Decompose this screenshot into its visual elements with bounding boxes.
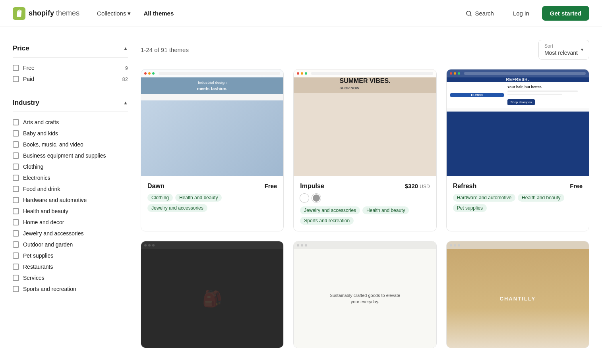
baby-label: Baby and kids [23, 130, 58, 137]
nav-actions: Search Log in Get started [459, 6, 589, 21]
theme-card-theme6[interactable]: CHANTILLY [446, 241, 589, 349]
filter-item-services[interactable]: Services [13, 272, 128, 283]
theme-tag[interactable]: Jewelry and accessories [147, 204, 207, 212]
get-started-button[interactable]: Get started [542, 6, 589, 21]
theme-tag[interactable]: Clothing [147, 194, 173, 202]
theme-info-refresh: Refresh Free Hardware and automotiveHeal… [447, 176, 589, 218]
theme-card-theme4[interactable]: 🎒 [141, 241, 284, 349]
filter-item-business[interactable]: Business equipment and supplies [13, 150, 128, 161]
outdoor-label: Outdoor and garden [23, 241, 73, 248]
collections-link[interactable]: Collections ▾ [92, 7, 135, 20]
theme-tags-refresh: Hardware and automotiveHealth and beauty… [453, 194, 583, 212]
sports-checkbox[interactable] [13, 286, 19, 292]
theme-preview-dawn: Industrial design meets fashion. [141, 69, 283, 176]
theme-info-dawn: Dawn Free ClothingHealth and beautyJewel… [141, 176, 283, 218]
theme-tag[interactable]: Sports and recreation [300, 217, 354, 225]
filter-item-jewelry[interactable]: Jewelry and accessories [13, 228, 128, 239]
free-checkbox[interactable] [13, 65, 19, 71]
home-label: Home and decor [23, 219, 64, 225]
results-bar: 1-24 of 91 themes Sort Most relevant ▾ [141, 40, 589, 60]
sidebar: Price ▲ Free 9 Paid 82 Industry [13, 40, 128, 348]
theme-tag[interactable]: Health and beauty [362, 206, 409, 214]
theme-tag[interactable]: Hardware and automotive [453, 194, 515, 202]
theme-tags-dawn: ClothingHealth and beautyJewelry and acc… [147, 194, 277, 212]
baby-checkbox[interactable] [13, 130, 19, 137]
price-filter-header[interactable]: Price ▲ [13, 40, 128, 58]
jewelry-checkbox[interactable] [13, 230, 19, 237]
filter-item-books[interactable]: Books, music, and video [13, 139, 128, 150]
filter-item-baby[interactable]: Baby and kids [13, 128, 128, 139]
sort-label: Sort [544, 43, 578, 49]
theme-tag[interactable]: Health and beauty [518, 194, 564, 202]
hardware-label: Hardware and automotive [23, 197, 87, 203]
theme-tag[interactable]: Health and beauty [175, 194, 222, 202]
jewelry-label: Jewelry and accessories [23, 230, 84, 237]
clothing-checkbox[interactable] [13, 164, 19, 170]
theme-card-theme5[interactable]: Sustainably crafted goods to elevateyour… [293, 241, 436, 349]
sort-chevron-icon: ▾ [581, 47, 583, 52]
theme-swatches-impulse [300, 194, 430, 202]
free-count: 9 [125, 65, 128, 71]
swatch-1[interactable] [312, 194, 321, 202]
industry-filter-header[interactable]: Industry ▲ [13, 94, 128, 112]
filter-item-restaurants[interactable]: Restaurants [13, 261, 128, 272]
theme-tag[interactable]: Jewelry and accessories [300, 206, 360, 214]
filter-item-clothing[interactable]: Clothing [13, 161, 128, 172]
theme-preview-dark: 🎒 [141, 241, 283, 348]
paid-checkbox[interactable] [13, 76, 19, 82]
theme-card-impulse[interactable]: SUMMER VIBES. SHOP NOW Impulse $320 USD [293, 69, 436, 231]
theme-price-dawn: Free [265, 183, 277, 189]
filter-item-health[interactable]: Health and beauty [13, 206, 128, 217]
industry-chevron-icon: ▲ [123, 100, 128, 106]
health-checkbox[interactable] [13, 208, 19, 214]
filter-item-outdoor[interactable]: Outdoor and garden [13, 239, 128, 250]
all-themes-link[interactable]: All themes [139, 7, 178, 20]
theme-name-refresh: Refresh [453, 183, 477, 190]
filter-item-food[interactable]: Food and drink [13, 183, 128, 195]
pet-checkbox[interactable] [13, 252, 19, 259]
brand-name: shopify themes [29, 9, 79, 17]
filter-item-pet[interactable]: Pet supplies [13, 250, 128, 261]
results-count: 1-24 of 91 themes [141, 46, 189, 53]
theme-card-dawn[interactable]: Industrial design meets fashion. Dawn [141, 69, 284, 231]
sort-select[interactable]: Sort Most relevant ▾ [538, 40, 589, 60]
theme-tag[interactable]: Pet supplies [453, 204, 487, 212]
health-label: Health and beauty [23, 208, 68, 214]
filter-item-hardware[interactable]: Hardware and automotive [13, 195, 128, 206]
main-content: 1-24 of 91 themes Sort Most relevant ▾ [141, 40, 589, 348]
electronics-label: Electronics [23, 175, 50, 181]
food-checkbox[interactable] [13, 186, 19, 192]
theme-name-dawn: Dawn [147, 183, 165, 190]
outdoor-checkbox[interactable] [13, 241, 19, 248]
filter-item-sports[interactable]: Sports and recreation [13, 283, 128, 295]
arts-checkbox[interactable] [13, 119, 19, 125]
food-label: Food and drink [23, 186, 60, 192]
restaurants-checkbox[interactable] [13, 264, 19, 270]
navbar: shopify themes Collections ▾ All themes … [0, 0, 602, 27]
books-label: Books, music, and video [23, 141, 83, 148]
business-checkbox[interactable] [13, 152, 19, 159]
brand-logo[interactable]: shopify themes [13, 7, 79, 20]
filter-item-paid[interactable]: Paid 82 [13, 73, 128, 85]
shopify-icon [13, 7, 25, 20]
sports-label: Sports and recreation [23, 286, 76, 292]
nav-links: Collections ▾ All themes [92, 7, 178, 20]
svg-line-2 [470, 15, 472, 16]
arts-label: Arts and crafts [23, 119, 59, 125]
home-checkbox[interactable] [13, 219, 19, 225]
swatch-0[interactable] [300, 194, 309, 202]
books-checkbox[interactable] [13, 141, 19, 148]
business-label: Business equipment and supplies [23, 152, 106, 159]
search-button[interactable]: Search [459, 7, 500, 20]
filter-item-electronics[interactable]: Electronics [13, 172, 128, 183]
login-button[interactable]: Log in [507, 7, 536, 20]
filter-item-home[interactable]: Home and decor [13, 217, 128, 228]
theme-info-impulse: Impulse $320 USD Jewelry and accessories… [294, 176, 436, 231]
restaurants-label: Restaurants [23, 264, 53, 270]
hardware-checkbox[interactable] [13, 197, 19, 203]
theme-card-refresh[interactable]: REFRESH. HURON Your hair, but better. Sh… [446, 69, 589, 231]
services-checkbox[interactable] [13, 275, 19, 281]
filter-item-free[interactable]: Free 9 [13, 62, 128, 73]
electronics-checkbox[interactable] [13, 175, 19, 181]
filter-item-arts[interactable]: Arts and crafts [13, 117, 128, 128]
